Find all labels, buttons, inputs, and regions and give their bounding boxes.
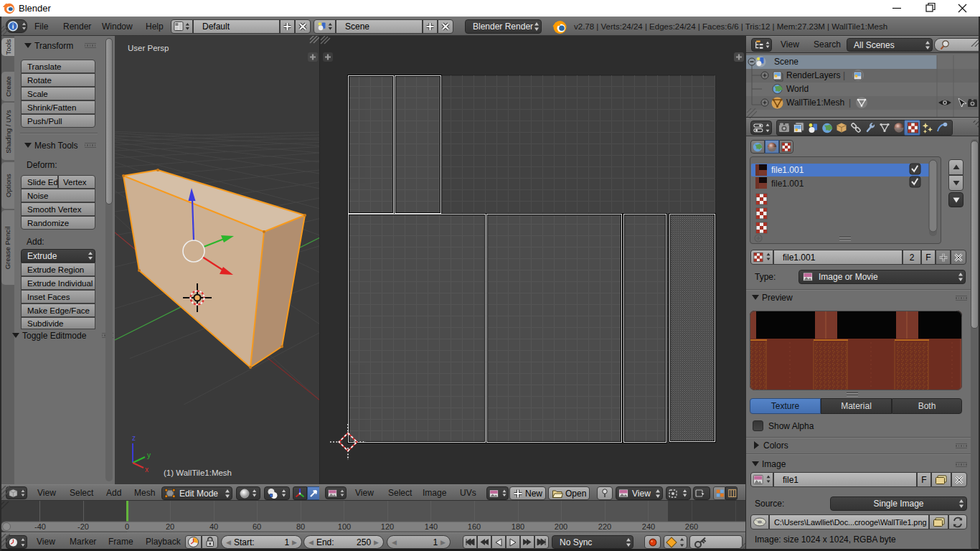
- svg-text:i: i: [12, 22, 14, 30]
- svg-text:Scene: Scene: [774, 57, 798, 67]
- svg-text:-20: -20: [77, 522, 89, 531]
- svg-text:20: 20: [166, 522, 174, 531]
- svg-text:x: x: [145, 466, 149, 474]
- svg-text:y: y: [147, 451, 151, 459]
- svg-text:|: |: [849, 98, 851, 108]
- svg-text:file1.001: file1.001: [771, 179, 804, 189]
- svg-text:World: World: [786, 84, 809, 94]
- svg-text:120: 120: [381, 522, 394, 531]
- svg-text:0: 0: [125, 522, 129, 531]
- svg-text:-40: -40: [34, 522, 46, 531]
- svg-text:|: |: [843, 70, 845, 80]
- svg-text:140: 140: [425, 522, 438, 531]
- svg-text:180: 180: [512, 522, 524, 531]
- svg-text:RenderLayers: RenderLayers: [786, 70, 840, 80]
- svg-text:User Persp: User Persp: [128, 44, 169, 52]
- svg-text:200: 200: [555, 522, 567, 531]
- svg-text:160: 160: [468, 522, 481, 531]
- svg-text:z: z: [132, 434, 136, 442]
- svg-text:file1.001: file1.001: [771, 165, 804, 175]
- svg-text:80: 80: [296, 522, 305, 531]
- svg-text:WallTile1:Mesh: WallTile1:Mesh: [786, 98, 844, 108]
- svg-text:220: 220: [598, 522, 611, 531]
- svg-text:(1) WallTile1:Mesh: (1) WallTile1:Mesh: [164, 468, 232, 477]
- svg-text:260: 260: [685, 522, 698, 531]
- svg-text:240: 240: [642, 522, 655, 531]
- svg-text:40: 40: [209, 522, 218, 531]
- svg-text:100: 100: [338, 522, 351, 531]
- svg-text:60: 60: [253, 522, 261, 531]
